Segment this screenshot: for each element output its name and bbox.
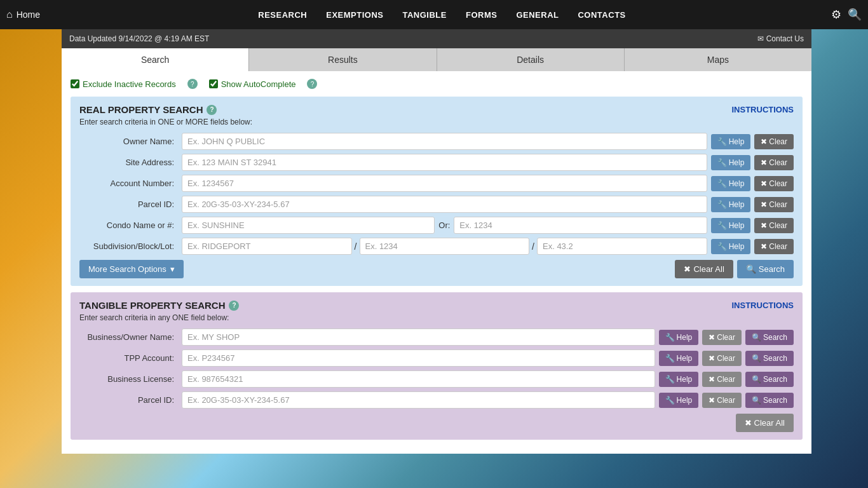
owner-name-help-button[interactable]: 🔧 Help xyxy=(711,134,751,149)
tpp-search-button[interactable]: 🔍 Search xyxy=(745,351,794,366)
business-name-search-button[interactable]: 🔍 Search xyxy=(745,330,794,345)
business-name-clear-button[interactable]: ✖ Clear xyxy=(702,330,742,345)
nav-forms[interactable]: FORMS xyxy=(466,10,497,20)
real-property-subtitle: Enter search criteria in ONE or MORE fie… xyxy=(79,118,794,126)
home-button[interactable]: ⌂ Home xyxy=(6,9,40,20)
owner-name-input[interactable] xyxy=(182,133,707,150)
slash-1: / xyxy=(355,241,357,252)
real-property-right-buttons: ✖ Clear All 🔍 Search xyxy=(675,260,794,278)
condo-number-input[interactable] xyxy=(454,217,707,234)
tpp-account-input[interactable] xyxy=(182,349,655,367)
settings-icon[interactable]: ⚙ xyxy=(831,8,841,22)
real-property-title: REAL PROPERTY SEARCH ? xyxy=(79,104,217,115)
account-number-row: Account Number: 🔧 Help ✖ Clear xyxy=(79,175,794,192)
tangible-parcel-id-label: Parcel ID: xyxy=(79,395,178,405)
tangible-parcel-id-input[interactable] xyxy=(182,391,655,409)
nav-exemptions[interactable]: EXEMPTIONS xyxy=(326,10,383,20)
parcel-id-help-button[interactable]: 🔧 Help xyxy=(711,197,751,212)
parcel-id-label: Parcel ID: xyxy=(79,200,178,209)
tangible-instructions-link[interactable]: INSTRUCTIONS xyxy=(732,301,794,310)
site-address-label: Site Address: xyxy=(79,158,178,167)
more-search-options-button[interactable]: More Search Options ▾ xyxy=(79,260,184,278)
slash-2: / xyxy=(532,241,534,252)
tabs-row: Search Results Details Maps xyxy=(62,48,811,71)
tab-search[interactable]: Search xyxy=(62,48,249,71)
business-license-search-button[interactable]: 🔍 Search xyxy=(745,372,794,387)
account-number-help-button[interactable]: 🔧 Help xyxy=(711,176,751,191)
business-owner-name-label: Business/Owner Name: xyxy=(79,332,178,342)
subdivision-input[interactable] xyxy=(182,238,352,255)
top-bar: Data Updated 9/14/2022 @ 4:19 AM EST ✉ C… xyxy=(62,29,811,48)
tpp-help-button[interactable]: 🔧 Help xyxy=(659,351,699,366)
exclude-inactive-checkbox[interactable] xyxy=(71,79,79,88)
condo-help-button[interactable]: 🔧 Help xyxy=(711,218,751,233)
account-number-label: Account Number: xyxy=(79,179,178,188)
nav-contacts[interactable]: CONTACTS xyxy=(578,10,625,20)
tangible-property-header: TANGIBLE PROPERTY SEARCH ? INSTRUCTIONS xyxy=(79,300,794,311)
tangible-parcel-clear-button[interactable]: ✖ Clear xyxy=(702,393,742,408)
tangible-parcel-help-button[interactable]: 🔧 Help xyxy=(659,393,699,408)
tangible-clear-all-button[interactable]: ✖ Clear All xyxy=(736,414,794,432)
owner-name-label: Owner Name: xyxy=(79,137,178,146)
dropdown-chevron-icon: ▾ xyxy=(170,264,175,274)
tab-details[interactable]: Details xyxy=(437,48,625,71)
real-property-clear-all-button[interactable]: ✖ Clear All xyxy=(675,260,733,278)
exclude-inactive-label[interactable]: Exclude Inactive Records xyxy=(71,79,176,89)
global-search-icon[interactable]: 🔍 xyxy=(848,8,862,22)
home-icon: ⌂ xyxy=(6,9,13,20)
business-owner-name-input[interactable] xyxy=(182,329,655,346)
real-property-help-icon[interactable]: ? xyxy=(207,105,217,115)
business-license-row: Business License: 🔧 Help ✖ Clear 🔍 Searc… xyxy=(79,370,794,388)
business-license-input[interactable] xyxy=(182,370,655,388)
real-property-instructions-link[interactable]: INSTRUCTIONS xyxy=(732,105,794,114)
subdivision-clear-button[interactable]: ✖ Clear xyxy=(754,239,794,254)
parcel-id-row: Parcel ID: 🔧 Help ✖ Clear xyxy=(79,196,794,213)
navbar-actions: ⚙ 🔍 xyxy=(831,8,862,22)
owner-name-clear-button[interactable]: ✖ Clear xyxy=(754,134,794,149)
account-number-clear-button[interactable]: ✖ Clear xyxy=(754,176,794,191)
business-license-clear-button[interactable]: ✖ Clear xyxy=(702,372,742,387)
lot-input[interactable] xyxy=(537,238,707,255)
tangible-property-title: TANGIBLE PROPERTY SEARCH ? xyxy=(79,300,239,311)
nav-tangible[interactable]: TANGIBLE xyxy=(402,10,446,20)
site-address-help-button[interactable]: 🔧 Help xyxy=(711,155,751,170)
envelope-icon: ✉ xyxy=(757,34,764,43)
exclude-inactive-help-icon[interactable]: ? xyxy=(187,79,198,89)
checkboxes-row: Exclude Inactive Records ? Show AutoComp… xyxy=(71,79,803,89)
business-name-help-button[interactable]: 🔧 Help xyxy=(659,330,699,345)
block-input[interactable] xyxy=(360,238,530,255)
real-property-search-button[interactable]: 🔍 Search xyxy=(737,260,794,278)
condo-name-input[interactable] xyxy=(182,217,435,234)
contact-us-link[interactable]: ✉ Contact Us xyxy=(757,34,804,43)
real-property-actions: More Search Options ▾ ✖ Clear All 🔍 Sear… xyxy=(79,260,794,278)
main-nav: RESEARCH EXEMPTIONS TANGIBLE FORMS GENER… xyxy=(53,10,831,20)
parcel-id-clear-button[interactable]: ✖ Clear xyxy=(754,197,794,212)
tpp-account-row: TPP Account: 🔧 Help ✖ Clear 🔍 Search xyxy=(79,349,794,367)
business-license-help-button[interactable]: 🔧 Help xyxy=(659,372,699,387)
nav-research[interactable]: RESEARCH xyxy=(258,10,307,20)
condo-clear-button[interactable]: ✖ Clear xyxy=(754,218,794,233)
show-autocomplete-help-icon[interactable]: ? xyxy=(307,79,317,89)
parcel-id-input[interactable] xyxy=(182,196,707,213)
tab-results[interactable]: Results xyxy=(249,48,437,71)
nav-general[interactable]: GENERAL xyxy=(516,10,559,20)
account-number-input[interactable] xyxy=(182,175,707,192)
business-owner-name-row: Business/Owner Name: 🔧 Help ✖ Clear 🔍 Se… xyxy=(79,329,794,346)
tpp-clear-button[interactable]: ✖ Clear xyxy=(702,351,742,366)
subdivision-inputs: / / xyxy=(182,238,707,255)
condo-row: Condo Name or #: Or: 🔧 Help ✖ Clear xyxy=(79,217,794,234)
site-address-clear-button[interactable]: ✖ Clear xyxy=(754,155,794,170)
condo-inputs: Or: xyxy=(182,217,707,234)
subdivision-row: Subdivision/Block/Lot: / / 🔧 Help ✖ Clea… xyxy=(79,238,794,255)
tab-maps[interactable]: Maps xyxy=(625,48,811,71)
site-address-input[interactable] xyxy=(182,154,707,171)
show-autocomplete-label[interactable]: Show AutoComplete xyxy=(209,79,296,89)
real-property-header: REAL PROPERTY SEARCH ? INSTRUCTIONS xyxy=(79,104,794,115)
tangible-property-section: TANGIBLE PROPERTY SEARCH ? INSTRUCTIONS … xyxy=(71,292,803,440)
subdivision-label: Subdivision/Block/Lot: xyxy=(79,241,178,251)
tangible-help-icon[interactable]: ? xyxy=(229,301,239,311)
tangible-parcel-search-button[interactable]: 🔍 Search xyxy=(745,393,794,408)
show-autocomplete-checkbox[interactable] xyxy=(209,79,218,88)
subdivision-help-button[interactable]: 🔧 Help xyxy=(711,239,751,254)
home-label: Home xyxy=(17,10,40,20)
